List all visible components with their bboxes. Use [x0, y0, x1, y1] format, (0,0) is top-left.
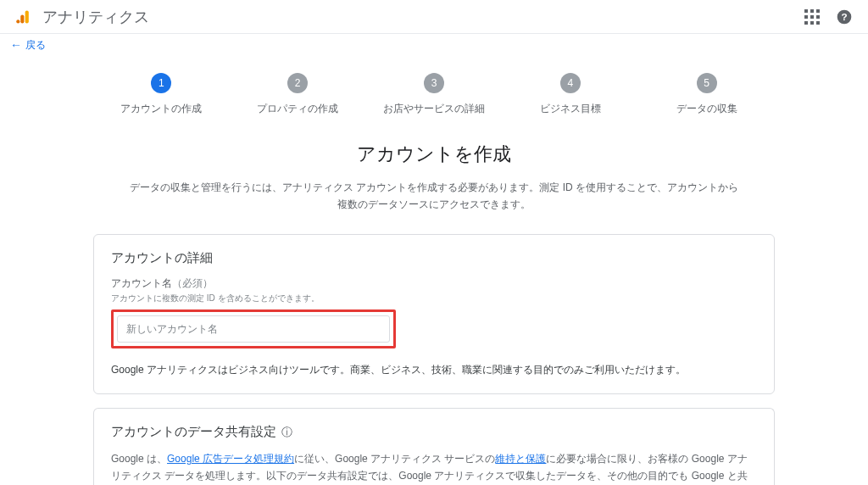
svg-rect-0	[25, 10, 29, 23]
svg-rect-10	[810, 21, 814, 25]
field-label-text: アカウント名	[111, 277, 172, 289]
svg-point-2	[16, 20, 19, 23]
step-circle: 4	[560, 73, 581, 93]
svg-text:?: ?	[841, 11, 847, 22]
card-title: アカウントの詳細	[111, 250, 757, 266]
svg-rect-11	[816, 21, 820, 25]
arrow-left-icon: ←	[10, 38, 22, 52]
help-icon[interactable]: ?	[834, 7, 854, 27]
header-actions: ?	[802, 7, 854, 27]
data-sharing-body-1: Google は、Google 広告データ処理規約に従い、Google アナリテ…	[111, 450, 757, 485]
card-title-text: アカウントのデータ共有設定	[111, 424, 276, 438]
step-1[interactable]: 1 アカウントの作成	[93, 73, 230, 116]
required-mark: （必須）	[172, 277, 213, 289]
step-label: アカウントの作成	[120, 102, 202, 116]
step-label: ビジネス目標	[540, 102, 601, 116]
main-content: アカウントを作成 データの収集と管理を行うには、アナリティクス アカウントを作成…	[0, 142, 868, 485]
ads-terms-link[interactable]: Google 広告データ処理規約	[167, 453, 294, 465]
svg-rect-8	[816, 15, 820, 19]
field-hint: アカウントに複数の測定 ID を含めることができます。	[111, 293, 757, 304]
account-name-input[interactable]	[117, 315, 390, 343]
maintain-protect-link[interactable]: 維持と保護	[495, 453, 546, 465]
step-circle: 5	[697, 73, 717, 93]
step-label: データの収集	[676, 102, 737, 116]
step-label: プロパティの作成	[257, 102, 338, 116]
back-link[interactable]: ← 戻る	[0, 34, 868, 56]
step-5: 5 データの収集	[638, 73, 775, 116]
card-title: アカウントのデータ共有設定 ⓘ	[111, 424, 757, 440]
help-small-icon[interactable]: ⓘ	[281, 426, 292, 438]
step-3: 3 お店やサービスの詳細	[366, 73, 503, 116]
back-label: 戻る	[25, 38, 46, 53]
step-2: 2 プロパティの作成	[230, 73, 366, 116]
step-circle: 1	[151, 73, 171, 93]
field-label: アカウント名（必須）	[111, 276, 757, 291]
svg-rect-9	[804, 21, 808, 25]
step-circle: 3	[424, 73, 444, 93]
page-description: データの収集と管理を行うには、アナリティクス アカウントを作成する必要があります…	[129, 179, 739, 214]
step-4: 4 ビジネス目標	[502, 73, 638, 116]
svg-rect-4	[810, 9, 814, 13]
step-label: お店やサービスの詳細	[383, 102, 485, 116]
step-circle: 2	[287, 73, 308, 93]
apps-grid-icon[interactable]	[802, 7, 822, 27]
app-title: アナリティクス	[42, 7, 802, 27]
svg-rect-3	[804, 9, 808, 13]
stepper: 1 アカウントの作成 2 プロパティの作成 3 お店やサービスの詳細 4 ビジネ…	[0, 56, 868, 142]
data-sharing-card: アカウントのデータ共有設定 ⓘ Google は、Google 広告データ処理規…	[93, 408, 775, 485]
account-detail-card: アカウントの詳細 アカウント名（必須） アカウントに複数の測定 ID を含めるこ…	[93, 234, 775, 394]
svg-rect-6	[804, 15, 808, 19]
analytics-logo-icon	[14, 7, 34, 27]
app-header: アナリティクス ?	[0, 0, 868, 34]
account-name-highlight	[111, 309, 396, 348]
svg-rect-1	[20, 14, 24, 23]
svg-rect-5	[816, 9, 820, 13]
svg-rect-7	[810, 15, 814, 19]
page-title: アカウントを作成	[93, 142, 775, 167]
account-note: Google アナリティクスはビジネス向けツールです。商業、ビジネス、技術、職業…	[111, 362, 757, 378]
